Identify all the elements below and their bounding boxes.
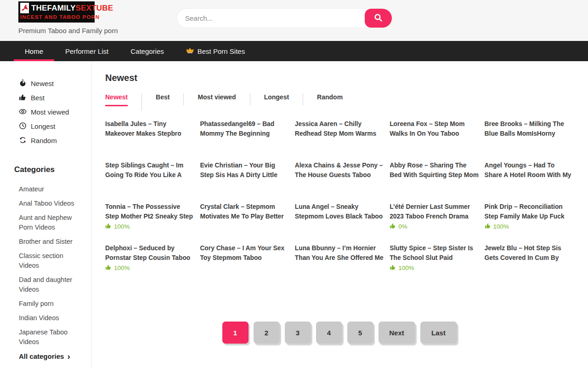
- video-title-link[interactable]: Bree Brooks – Milking The Blue Balls Mom…: [485, 119, 574, 138]
- page-button-5[interactable]: 5: [347, 322, 373, 344]
- rating-badge: 100%: [390, 264, 479, 272]
- rating-badge: 0%: [390, 223, 479, 230]
- video-card: Loreena Fox – Step Mom Walks In On You T…: [390, 119, 479, 161]
- video-title-link[interactable]: Cory Chase – I Am Your Sex Toy Stepmom T…: [200, 243, 289, 263]
- video-title-link[interactable]: Alexa Chains & Jesse Pony – The House Gu…: [295, 161, 384, 180]
- category-link-indian[interactable]: Indian Videos: [0, 313, 91, 323]
- sidebar-item-best[interactable]: Best: [0, 91, 91, 105]
- sidebar: Newest Best Most viewed Longest Random: [0, 61, 92, 368]
- search-input[interactable]: [177, 9, 365, 28]
- nav-item-categories[interactable]: Categories: [119, 41, 175, 61]
- category-link-japanese-taboo[interactable]: Japanese Taboo Videos: [0, 328, 91, 347]
- video-title-link[interactable]: Jewelz Blu – Hot Step Sis Gets Covered I…: [485, 243, 574, 263]
- video-card: Abby Rose – Sharing The Bed With Squirti…: [390, 161, 479, 202]
- video-grid: Isabella Jules – Tiny Makeover Makes Ste…: [105, 119, 574, 285]
- pagination: 1 2 3 4 5 Next Last: [105, 322, 574, 344]
- page-button-2[interactable]: 2: [254, 322, 280, 344]
- rating-badge: 100%: [485, 223, 574, 230]
- clock-icon: [19, 122, 27, 131]
- search-bar: [177, 9, 392, 28]
- rating-badge: 100%: [105, 223, 194, 230]
- thumb-up-icon: [105, 223, 112, 230]
- video-card: Isabella Jules – Tiny Makeover Makes Ste…: [105, 119, 194, 161]
- video-card: Crystal Clark – Stepmom Motivates Me To …: [200, 202, 289, 243]
- video-title-link[interactable]: Loreena Fox – Step Mom Walks In On You T…: [390, 119, 479, 138]
- category-link-dad-daughter[interactable]: Dad and daughter Videos: [0, 275, 91, 294]
- logo-subtitle: INCEST AND TABOO PORN: [20, 14, 92, 20]
- search-icon: [374, 13, 383, 23]
- video-title-link[interactable]: Pink Drip – Reconciliation Step Family M…: [485, 202, 574, 221]
- nav-item-best-porn-sites[interactable]: Best Porn Sites: [175, 41, 256, 61]
- video-title-link[interactable]: L’été Dernier Last Summer 2023 Taboo Fre…: [390, 202, 479, 221]
- refresh-icon: [19, 136, 27, 145]
- sort-tabs: Newest Best Most viewed Longest Random: [105, 93, 574, 111]
- sidebar-item-newest[interactable]: Newest: [0, 76, 91, 91]
- page-button-3[interactable]: 3: [285, 322, 311, 344]
- category-link-family-porn[interactable]: Family porn: [0, 299, 91, 309]
- site-header: THEFAMILYSEXTUBE INCEST AND TABOO PORN P…: [0, 0, 588, 41]
- category-link-brother-sister[interactable]: Brother and Sister: [0, 237, 91, 247]
- thumb-up-icon: [390, 264, 396, 272]
- rating-badge: 100%: [105, 264, 194, 272]
- thumb-up-icon: [390, 223, 396, 230]
- sidebar-item-longest[interactable]: Longest: [0, 119, 91, 133]
- video-title-link[interactable]: Phatassedangel69 – Bad Mommy The Beginni…: [200, 119, 289, 138]
- video-card: Step Siblings Caught – Im Going To Ride …: [105, 161, 194, 202]
- next-page-button[interactable]: Next: [379, 322, 415, 344]
- video-card: Jewelz Blu – Hot Step Sis Gets Covered I…: [485, 243, 574, 285]
- video-card: Delphoxi – Seduced by Pornstar Step Cous…: [105, 243, 194, 285]
- crown-icon: [186, 46, 194, 56]
- page-button-4[interactable]: 4: [316, 322, 342, 344]
- video-title-link[interactable]: Tonnia – The Possessive Step Mother Pt2 …: [105, 202, 194, 221]
- category-link-anal-taboo[interactable]: Anal Taboo Videos: [0, 199, 91, 208]
- video-title-link[interactable]: Luna Bbunny – I’m Hornier Than You Are S…: [295, 243, 384, 263]
- video-title-link[interactable]: Delphoxi – Seduced by Pornstar Step Cous…: [105, 243, 194, 263]
- sidebar-item-random[interactable]: Random: [0, 133, 91, 148]
- main-nav: Home Performer List Categories Best Porn…: [0, 41, 588, 61]
- category-link-aunt-nephew[interactable]: Aunt and Nephew Porn Videos: [0, 213, 91, 232]
- page-button-1[interactable]: 1: [222, 322, 249, 344]
- video-title-link[interactable]: Slutty Spice – Step Sister Is The School…: [390, 243, 479, 263]
- sidebar-item-most-viewed[interactable]: Most viewed: [0, 105, 91, 119]
- main-content: Newest Newest Best Most viewed Longest R…: [92, 61, 588, 368]
- video-title-link[interactable]: Isabella Jules – Tiny Makeover Makes Ste…: [105, 119, 194, 138]
- video-card: L’été Dernier Last Summer 2023 Taboo Fre…: [390, 202, 479, 243]
- search-button[interactable]: [365, 9, 392, 28]
- video-card: Evie Christian – Your Big Step Sis Has A…: [200, 161, 289, 202]
- tab-random[interactable]: Random: [317, 93, 356, 105]
- logo-icon: [20, 3, 29, 13]
- tab-longest[interactable]: Longest: [264, 93, 303, 105]
- eye-icon: [19, 108, 27, 117]
- video-card: Phatassedangel69 – Bad Mommy The Beginni…: [200, 119, 289, 161]
- category-link-amateur[interactable]: Amateur: [0, 184, 91, 194]
- last-page-button[interactable]: Last: [420, 322, 457, 344]
- video-title-link[interactable]: Evie Christian – Your Big Step Sis Has A…: [200, 161, 289, 180]
- video-card: Angel Youngs – Had To Share A Hotel Room…: [485, 161, 574, 202]
- stopwatch-icon: [19, 79, 27, 88]
- video-card: Luna Angel – Sneaky Stepmom Loves Black …: [295, 202, 384, 243]
- site-logo[interactable]: THEFAMILYSEXTUBE INCEST AND TABOO PORN: [18, 1, 95, 23]
- video-title-link[interactable]: Angel Youngs – Had To Share A Hotel Room…: [485, 161, 574, 180]
- video-card: Luna Bbunny – I’m Hornier Than You Are S…: [295, 243, 384, 285]
- video-title-link[interactable]: Jessica Aaren – Chilly Redhead Step Mom …: [295, 119, 384, 138]
- video-card: Tonnia – The Possessive Step Mother Pt2 …: [105, 202, 194, 243]
- video-card: Slutty Spice – Step Sister Is The School…: [390, 243, 479, 285]
- category-link-classic[interactable]: Classic section Videos: [0, 251, 91, 270]
- video-card: Cory Chase – I Am Your Sex Toy Stepmom T…: [200, 243, 289, 285]
- tab-most-viewed[interactable]: Most viewed: [198, 93, 250, 105]
- video-card: Bree Brooks – Milking The Blue Balls Mom…: [485, 119, 574, 161]
- chevron-right-icon: ›: [67, 353, 70, 360]
- video-title-link[interactable]: Step Siblings Caught – Im Going To Ride …: [105, 161, 194, 180]
- nav-item-home[interactable]: Home: [14, 41, 54, 61]
- video-title-link[interactable]: Crystal Clark – Stepmom Motivates Me To …: [200, 202, 289, 221]
- all-categories-link[interactable]: All categories ›: [0, 352, 91, 360]
- tab-newest[interactable]: Newest: [105, 93, 142, 111]
- thumb-up-icon: [19, 93, 27, 103]
- tab-best[interactable]: Best: [156, 93, 184, 105]
- nav-item-performer-list[interactable]: Performer List: [54, 41, 119, 61]
- video-card: Jessica Aaren – Chilly Redhead Step Mom …: [295, 119, 384, 161]
- video-card: Pink Drip – Reconciliation Step Family M…: [485, 202, 574, 243]
- video-title-link[interactable]: Luna Angel – Sneaky Stepmom Loves Black …: [295, 202, 384, 221]
- video-title-link[interactable]: Abby Rose – Sharing The Bed With Squirti…: [390, 161, 479, 180]
- thumb-up-icon: [105, 264, 112, 272]
